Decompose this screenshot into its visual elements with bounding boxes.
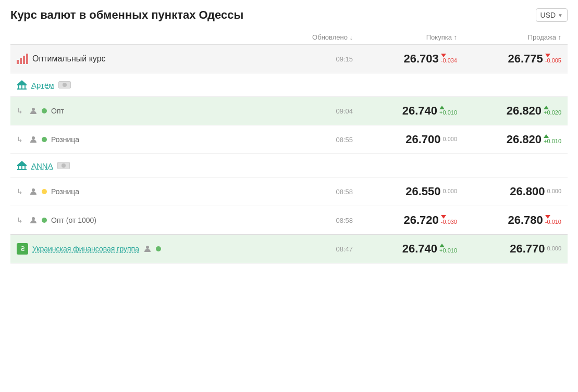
page-title: Курс валют в обменных пунктах Одессы bbox=[10, 8, 243, 22]
optimal-sell: 26.775 -0.005 bbox=[457, 52, 561, 66]
status-dot-yellow bbox=[42, 189, 47, 194]
svg-rect-2 bbox=[21, 85, 22, 88]
page-container: Курс валют в обменных пунктах Одессы USD… bbox=[0, 0, 578, 272]
user-icon bbox=[29, 216, 38, 224]
svg-marker-4 bbox=[17, 80, 27, 84]
down-arrow-icon bbox=[545, 215, 550, 219]
anna-roznica-time: 08:58 bbox=[269, 188, 353, 196]
up-arrow-icon bbox=[439, 244, 445, 247]
optimal-icon bbox=[17, 54, 28, 64]
ufg-icon bbox=[17, 243, 28, 255]
bank-icon bbox=[17, 160, 27, 171]
user-icon bbox=[29, 135, 38, 144]
anna-opt-sell: 26.780 -0.010 bbox=[457, 213, 561, 227]
ufg-sell: 26.770 0.000 bbox=[457, 242, 561, 256]
optimal-sell-change: -0.005 bbox=[545, 54, 561, 64]
anna-link[interactable]: ANNA bbox=[31, 161, 53, 170]
col-header-updated: Обновлено ↓ bbox=[269, 33, 353, 41]
artem-roznica-buy-change: 0.000 bbox=[442, 136, 457, 143]
exchange-anna: ANNA ↳ Розница 08:58 bbox=[10, 154, 568, 235]
artem-roznica-sell: 26.820 +0.010 bbox=[457, 133, 561, 146]
ufg-link[interactable]: Украинская финансовая группа bbox=[32, 245, 139, 253]
anna-opt-buy: 26.720 -0.030 bbox=[353, 213, 457, 227]
artem-opt-row: ↳ Опт 09:04 26.740 +0.010 bbox=[10, 97, 568, 125]
user-icon bbox=[143, 245, 152, 253]
page-header: Курс валют в обменных пунктах Одессы USD… bbox=[10, 8, 568, 22]
user-icon bbox=[29, 107, 38, 115]
col-header-name bbox=[17, 33, 269, 41]
optimal-name-cell: Оптимальный курс bbox=[17, 54, 269, 64]
currency-selector[interactable]: USD ▼ bbox=[536, 8, 568, 22]
optimal-buy-change: -0.034 bbox=[441, 54, 457, 64]
anna-opt-sell-change: -0.010 bbox=[545, 215, 561, 225]
svg-point-16 bbox=[146, 246, 149, 249]
artem-opt-time: 09:04 bbox=[269, 107, 353, 115]
ufg-row: Украинская финансовая группа 08:47 26.74… bbox=[10, 235, 568, 263]
artem-roznica-buy: 26.700 0.000 bbox=[353, 133, 457, 146]
user-icon bbox=[29, 187, 38, 196]
anna-opt-row: ↳ Опт (от 1000) 08:58 26.720 -0.030 bbox=[10, 206, 568, 235]
up-arrow-icon bbox=[544, 134, 549, 138]
svg-rect-10 bbox=[21, 166, 22, 169]
svg-point-15 bbox=[32, 217, 35, 220]
optimal-buy: 26.703 -0.034 bbox=[353, 52, 457, 66]
svg-point-6 bbox=[32, 108, 35, 111]
col-header-buy: Покупка ↑ bbox=[353, 33, 457, 41]
anna-opt-name: ↳ Опт (от 1000) bbox=[17, 216, 269, 224]
svg-rect-0 bbox=[17, 84, 27, 85]
down-arrow-icon bbox=[441, 215, 446, 219]
table-header: Обновлено ↓ Покупка ↑ Продажа ↑ bbox=[10, 30, 568, 45]
artem-roznica-sell-change: +0.010 bbox=[544, 134, 561, 145]
svg-rect-1 bbox=[18, 85, 19, 88]
artem-roznica-name: ↳ Розница bbox=[17, 135, 269, 144]
svg-rect-9 bbox=[18, 166, 19, 169]
optimal-row: Оптимальный курс 09:15 26.703 -0.034 26.… bbox=[10, 45, 568, 73]
anna-roznica-row: ↳ Розница 08:58 26.550 0.000 bbox=[10, 178, 568, 206]
artem-opt-sell: 26.820 +0.020 bbox=[457, 104, 561, 118]
ufg-buy-change: +0.010 bbox=[439, 244, 457, 254]
anna-header-row: ANNA bbox=[10, 154, 568, 178]
optimal-time: 09:15 bbox=[269, 55, 353, 63]
ufg-buy: 26.740 +0.010 bbox=[353, 242, 457, 256]
bank-icon bbox=[17, 80, 27, 90]
artem-header-row: Артём bbox=[10, 73, 568, 97]
anna-opt-time: 08:58 bbox=[269, 217, 353, 224]
svg-rect-11 bbox=[24, 166, 26, 169]
svg-rect-5 bbox=[17, 88, 27, 90]
money-icon bbox=[58, 81, 71, 88]
artem-opt-name: ↳ Опт bbox=[17, 107, 269, 115]
anna-opt-buy-change: -0.030 bbox=[441, 215, 457, 225]
artem-name-cell: Артём bbox=[17, 80, 269, 90]
col-header-sell: Продажа ↑ bbox=[457, 33, 561, 41]
artem-roznica-time: 08:55 bbox=[269, 136, 353, 144]
up-arrow-icon bbox=[544, 106, 549, 109]
svg-rect-8 bbox=[17, 165, 27, 166]
anna-name-cell: ANNA bbox=[17, 160, 269, 171]
anna-roznica-name: ↳ Розница bbox=[17, 187, 269, 196]
svg-marker-12 bbox=[17, 161, 27, 165]
currency-label: USD bbox=[540, 11, 556, 19]
up-arrow-icon bbox=[439, 106, 445, 109]
anna-roznica-sell-change: 0.000 bbox=[547, 188, 561, 195]
status-dot-green bbox=[42, 137, 47, 142]
artem-link[interactable]: Артём bbox=[31, 81, 54, 90]
ufg-name-cell: Украинская финансовая группа bbox=[17, 243, 269, 255]
anna-roznica-sell: 26.800 0.000 bbox=[457, 185, 561, 198]
svg-point-14 bbox=[32, 188, 35, 192]
artem-roznica-row: ↳ Розница 08:55 26.700 0.000 bbox=[10, 125, 568, 154]
artem-opt-sell-change: +0.020 bbox=[544, 106, 561, 116]
optimal-label: Оптимальный курс bbox=[32, 54, 106, 64]
ufg-sell-change: 0.000 bbox=[547, 245, 561, 252]
status-dot-green bbox=[156, 246, 161, 251]
svg-rect-13 bbox=[17, 169, 27, 170]
exchange-artem: Артём ↳ Опт 09:04 bbox=[10, 73, 568, 154]
status-dot-green bbox=[42, 108, 47, 113]
down-arrow-icon bbox=[545, 54, 550, 57]
artem-opt-buy: 26.740 +0.010 bbox=[353, 104, 457, 118]
anna-roznica-buy-change: 0.000 bbox=[442, 188, 457, 195]
status-dot-green bbox=[42, 218, 47, 223]
down-arrow-icon bbox=[441, 54, 446, 57]
ufg-time: 08:47 bbox=[269, 245, 353, 253]
anna-roznica-buy: 26.550 0.000 bbox=[353, 185, 457, 198]
svg-rect-3 bbox=[24, 85, 26, 88]
